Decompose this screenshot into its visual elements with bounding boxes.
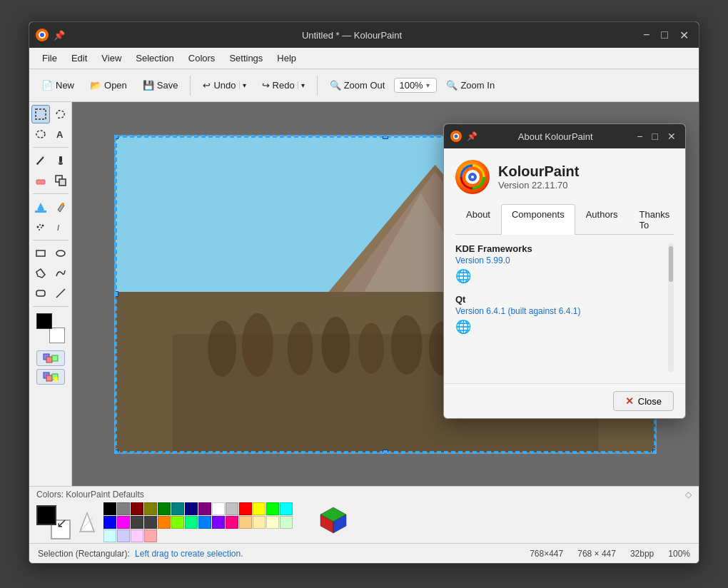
dialog-content[interactable]: KDE Frameworks Version 5.99.0 🌐 Qt Versi…	[455, 243, 674, 372]
color-tool-2[interactable]	[36, 369, 65, 385]
palette-color-26[interactable]	[266, 516, 279, 529]
sel-handle-br[interactable]	[652, 450, 657, 454]
zoom-out-button[interactable]: 🔍 Zoom Out	[323, 76, 392, 94]
tab-about[interactable]: About	[455, 204, 501, 235]
palette-color-31[interactable]	[144, 529, 157, 542]
sel-handle-tl[interactable]	[114, 135, 118, 139]
palette-color-23[interactable]	[226, 516, 238, 529]
palette-color-20[interactable]	[185, 516, 198, 529]
text-tool[interactable]: A	[51, 125, 70, 143]
palette-color-27[interactable]	[280, 516, 293, 529]
palette-color-24[interactable]	[239, 516, 252, 529]
dialog-close-button[interactable]: ✕	[664, 129, 679, 143]
sel-handle-tc[interactable]	[383, 135, 388, 139]
palette-color-8[interactable]	[212, 502, 225, 515]
menu-colors[interactable]: Colors	[181, 50, 223, 66]
polygon-tool[interactable]	[31, 264, 50, 283]
menu-help[interactable]: Help	[270, 50, 303, 66]
palette-color-9[interactable]	[226, 502, 238, 515]
background-color-swatch[interactable]	[49, 328, 65, 343]
menu-settings[interactable]: Settings	[222, 50, 270, 66]
save-button[interactable]: 💾 Save	[136, 76, 185, 94]
sel-handle-ml[interactable]	[114, 291, 118, 297]
transparent-color-icon[interactable]	[78, 510, 96, 535]
rounded-rect-tool[interactable]	[31, 284, 50, 303]
zoom-in-button[interactable]: 🔍 Zoom In	[440, 76, 501, 94]
palette-color-11[interactable]	[253, 502, 266, 515]
palette-color-12[interactable]	[266, 502, 279, 515]
component-kde-frameworks-link[interactable]: 🌐	[455, 268, 665, 284]
line-tool[interactable]	[51, 284, 70, 303]
palette-color-18[interactable]	[158, 516, 171, 529]
tab-components[interactable]: Components	[501, 204, 575, 235]
color-pick-tool[interactable]	[51, 198, 70, 216]
palette-color-22[interactable]	[212, 516, 225, 529]
menu-selection[interactable]: Selection	[128, 50, 181, 66]
palette-color-15[interactable]	[117, 516, 130, 529]
palette-color-5[interactable]	[171, 502, 184, 515]
rect-shape-tool[interactable]	[31, 244, 50, 263]
palette-color-3[interactable]	[144, 502, 157, 515]
foreground-color-display[interactable]	[36, 505, 56, 525]
foreground-color-swatch[interactable]	[36, 313, 52, 329]
palette-color-4[interactable]	[158, 502, 171, 515]
palette-color-14[interactable]	[103, 516, 116, 529]
minimize-button[interactable]: −	[639, 27, 654, 43]
palette-color-1[interactable]	[117, 502, 130, 515]
sel-handle-bc[interactable]	[383, 450, 388, 454]
title-bar-pin-icon[interactable]: 📌	[54, 30, 65, 41]
palette-color-16[interactable]	[131, 516, 143, 529]
new-button[interactable]: 📄 New	[35, 76, 81, 94]
ellipse-select-tool[interactable]	[31, 125, 50, 143]
palette-color-21[interactable]	[198, 516, 211, 529]
tools-sep-2	[33, 193, 69, 194]
palette-color-7[interactable]	[198, 502, 211, 515]
tab-authors[interactable]: Authors	[575, 204, 629, 235]
content-area: A	[29, 102, 699, 486]
lasso-select-tool[interactable]	[51, 105, 70, 123]
palette-color-19[interactable]	[171, 516, 184, 529]
palette-color-17[interactable]	[144, 516, 157, 529]
text2-tool[interactable]: I	[51, 218, 70, 236]
brush-tool[interactable]	[51, 151, 70, 170]
undo-dropdown-arrow[interactable]: ▾	[239, 81, 246, 89]
fill-tool[interactable]	[31, 198, 50, 216]
menu-file[interactable]: File	[35, 50, 64, 66]
palette-color-6[interactable]	[185, 502, 198, 515]
palette-color-2[interactable]	[131, 502, 143, 515]
palette-color-0[interactable]	[103, 502, 116, 515]
spray-tool[interactable]	[31, 218, 50, 236]
maximize-button[interactable]: □	[657, 27, 672, 43]
curve-tool[interactable]	[51, 264, 70, 283]
dialog-minimize-button[interactable]: −	[633, 129, 646, 143]
color-tool-1[interactable]	[36, 350, 65, 366]
undo-button[interactable]: ↩ Undo ▾	[196, 76, 252, 94]
swap-colors-icon[interactable]: ↙	[56, 515, 67, 531]
component-qt-link[interactable]: 🌐	[455, 319, 665, 335]
dialog-close-btn[interactable]: ✕ Close	[613, 391, 674, 411]
ellipse-shape-tool[interactable]	[51, 244, 70, 263]
menu-view[interactable]: View	[94, 50, 128, 66]
palette-color-13[interactable]	[280, 502, 293, 515]
dialog-maximize-button[interactable]: □	[649, 129, 662, 143]
palette-color-29[interactable]	[117, 529, 130, 542]
eraser-tool[interactable]	[31, 171, 50, 190]
palette-color-30[interactable]	[131, 529, 143, 542]
redo-button[interactable]: ↪ Redo ▾	[256, 76, 311, 94]
rect-select-tool[interactable]	[31, 105, 50, 123]
close-button[interactable]: ✕	[675, 27, 693, 44]
tab-thanks-to[interactable]: Thanks To	[629, 204, 681, 235]
palette-color-10[interactable]	[239, 502, 252, 515]
sel-handle-bl[interactable]	[114, 450, 118, 454]
redo-dropdown-arrow[interactable]: ▾	[298, 81, 305, 89]
clone-tool[interactable]	[51, 171, 70, 190]
zoom-level-dropdown[interactable]: 100% ▾	[394, 78, 437, 93]
palette-color-25[interactable]	[253, 516, 266, 529]
palette-color-28[interactable]	[103, 529, 116, 542]
canvas-area[interactable]: 📌 About KolourPaint − □ ✕	[72, 102, 699, 486]
menu-edit[interactable]: Edit	[64, 50, 94, 66]
open-button[interactable]: 📂 Open	[84, 76, 133, 94]
dialog-scrollbar-thumb[interactable]	[669, 246, 673, 282]
dialog-scrollbar[interactable]	[668, 243, 674, 372]
pencil-tool[interactable]	[31, 151, 50, 170]
